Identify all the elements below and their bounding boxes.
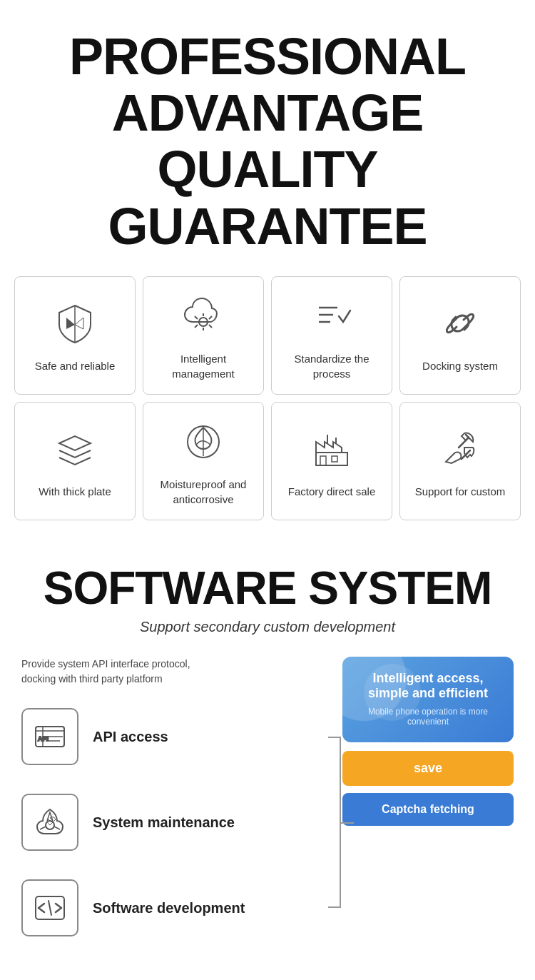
header-section: PROFESSIONAL ADVANTAGE QUALITY GUARANTEE bbox=[0, 0, 535, 276]
card-docking-system: Docking system bbox=[399, 276, 521, 395]
card-moistureproof: Moistureproof and anticorrosive bbox=[143, 402, 264, 520]
software-title: SOFTWARE SYSTEM bbox=[21, 563, 514, 613]
factory-icon bbox=[307, 424, 357, 474]
software-development-label: Software development bbox=[93, 899, 245, 917]
api-icon: API bbox=[33, 719, 67, 754]
maintenance-icon bbox=[33, 805, 67, 839]
card-factory-direct: Factory direct sale bbox=[271, 402, 392, 520]
intelligent-management-label: Intelligent management bbox=[151, 351, 256, 381]
card-thick-plate: With thick plate bbox=[14, 402, 136, 520]
api-icon-box: API bbox=[21, 708, 78, 765]
grid-row-2: With thick plate Moistureproof and antic… bbox=[14, 402, 521, 520]
standardize-process-label: Standardize the process bbox=[279, 351, 384, 381]
feature-system-maintenance: System maintenance bbox=[21, 794, 328, 851]
save-button[interactable]: save bbox=[342, 751, 514, 786]
svg-line-3 bbox=[195, 316, 198, 319]
card-intelligent-management: Intelligent management bbox=[143, 276, 264, 395]
main-title: PROFESSIONAL ADVANTAGE QUALITY GUARANTEE bbox=[14, 29, 521, 255]
software-body: Provide system API interface protocol,do… bbox=[21, 657, 514, 965]
tools-icon bbox=[435, 424, 485, 474]
shield-icon bbox=[50, 298, 100, 348]
safe-reliable-label: Safe and reliable bbox=[35, 358, 116, 373]
phone-main-text: Intelligent access, simple and efficient bbox=[353, 671, 503, 701]
system-maintenance-label: System maintenance bbox=[93, 813, 235, 832]
factory-direct-label: Factory direct sale bbox=[288, 484, 376, 499]
svg-line-5 bbox=[195, 325, 198, 328]
svg-line-4 bbox=[209, 325, 212, 328]
checklist-icon bbox=[307, 291, 357, 341]
leaf-shield-icon bbox=[178, 417, 228, 467]
features-list: API API access bbox=[21, 708, 328, 936]
features-grid: Safe and reliable Intelligent management bbox=[0, 276, 535, 549]
code-icon bbox=[33, 891, 67, 925]
phone-card: Intelligent access, simple and efficient… bbox=[342, 657, 514, 742]
api-access-label: API access bbox=[93, 727, 168, 746]
docking-system-label: Docking system bbox=[422, 358, 498, 373]
svg-line-24 bbox=[54, 827, 60, 829]
card-support-custom: Support for custom bbox=[399, 402, 521, 520]
layers-icon bbox=[50, 424, 100, 474]
phone-sub-text: Mobile phone operation is more convenien… bbox=[353, 707, 503, 727]
grid-row-1: Safe and reliable Intelligent management bbox=[14, 276, 521, 395]
captcha-button[interactable]: Captcha fetching bbox=[342, 793, 514, 826]
cloud-settings-icon bbox=[178, 291, 228, 341]
software-section: SOFTWARE SYSTEM Support secondary custom… bbox=[0, 549, 535, 980]
maintenance-icon-box bbox=[21, 794, 78, 851]
svg-line-23 bbox=[40, 827, 46, 829]
svg-line-26 bbox=[49, 901, 51, 915]
svg-line-6 bbox=[209, 316, 212, 319]
card-safe-reliable: Safe and reliable bbox=[14, 276, 136, 395]
moistureproof-label: Moistureproof and anticorrosive bbox=[151, 477, 256, 507]
feature-software-development: Software development bbox=[21, 879, 328, 936]
thick-plate-label: With thick plate bbox=[39, 484, 111, 499]
svg-rect-12 bbox=[320, 456, 326, 465]
feature-api-access: API API access bbox=[21, 708, 328, 765]
svg-rect-13 bbox=[332, 456, 337, 462]
software-subtitle: Support secondary custom development bbox=[21, 619, 514, 635]
provide-text: Provide system API interface protocol,do… bbox=[21, 657, 328, 687]
software-left: Provide system API interface protocol,do… bbox=[21, 657, 328, 965]
code-icon-box bbox=[21, 879, 78, 936]
software-right-panel: Intelligent access, simple and efficient… bbox=[342, 657, 514, 826]
support-custom-label: Support for custom bbox=[415, 484, 506, 499]
card-standardize-process: Standardize the process bbox=[271, 276, 392, 395]
link-icon bbox=[435, 298, 485, 348]
